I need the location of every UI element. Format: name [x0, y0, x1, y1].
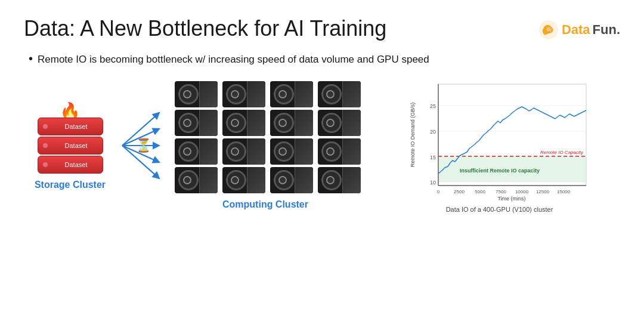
- gpu-card: [175, 138, 218, 165]
- disk-3: Dataset: [38, 156, 103, 174]
- gpu-card: [270, 110, 313, 136]
- storage-cluster: 🔥 Dataset Dataset Dataset Storage Cluste…: [24, 101, 116, 190]
- logo-data: Data: [562, 22, 590, 38]
- header: Data: A New Bottleneck for AI Training D…: [24, 17, 620, 41]
- storage-label: Storage Cluster: [35, 180, 106, 190]
- svg-text:25: 25: [429, 103, 435, 109]
- svg-text:Insufficient Remote IO capacit: Insufficient Remote IO capacity: [459, 168, 539, 174]
- svg-text:Remote IO Capacity: Remote IO Capacity: [540, 150, 583, 155]
- svg-text:10: 10: [429, 180, 435, 186]
- bullet-text: Remote IO is becoming bottleneck w/ incr…: [24, 50, 620, 67]
- svg-text:2500: 2500: [454, 189, 465, 194]
- logo-icon: [538, 19, 559, 41]
- svg-text:20: 20: [429, 129, 435, 135]
- svg-text:12500: 12500: [535, 189, 549, 194]
- gpu-row-4: [175, 167, 361, 193]
- gpu-section: Computing Cluster: [170, 81, 361, 210]
- chart-section: Remote IO Demand (GB/s) 10 15 20 25 0 25…: [379, 78, 620, 213]
- gpu-card: [270, 81, 313, 107]
- gpu-card: [175, 110, 218, 136]
- logo-fun: Fun.: [593, 22, 620, 38]
- svg-text:Time (mins): Time (mins): [497, 196, 525, 202]
- gpu-grid: [175, 81, 361, 193]
- hourglass-icon: ⏳: [135, 138, 151, 153]
- svg-text:15: 15: [429, 155, 435, 160]
- page-title: Data: A New Bottleneck for AI Training: [24, 17, 386, 41]
- svg-text:5000: 5000: [475, 189, 485, 194]
- logo: DataFun.: [538, 19, 620, 41]
- gpu-row-1: [175, 81, 361, 107]
- gpu-card: [318, 110, 361, 136]
- svg-text:10000: 10000: [515, 189, 528, 194]
- svg-text:0: 0: [436, 189, 439, 194]
- gpu-card: [318, 138, 361, 165]
- chart-container: Remote IO Demand (GB/s) 10 15 20 25 0 25…: [407, 78, 592, 203]
- svg-text:15000: 15000: [556, 189, 570, 194]
- diagram-area: 🔥 Dataset Dataset Dataset Storage Cluste…: [24, 78, 620, 213]
- computing-label: Computing Cluster: [222, 199, 308, 210]
- chart-svg: Remote IO Demand (GB/s) 10 15 20 25 0 25…: [407, 78, 592, 203]
- slide: Data: A New Bottleneck for AI Training D…: [0, 0, 644, 312]
- disk-2: Dataset: [38, 137, 103, 155]
- gpu-card: [222, 138, 265, 165]
- disk-stack: Dataset Dataset Dataset: [38, 118, 103, 174]
- gpu-card: [318, 81, 361, 107]
- svg-text:Remote IO Demand (GB/s): Remote IO Demand (GB/s): [410, 103, 416, 168]
- svg-text:7500: 7500: [496, 189, 506, 194]
- gpu-card: [318, 167, 361, 193]
- gpu-card: [222, 167, 265, 193]
- gpu-card: [175, 81, 218, 107]
- arrow-area: ⏳: [116, 98, 170, 193]
- gpu-card: [270, 138, 313, 165]
- gpu-card: [222, 81, 265, 107]
- svg-point-1: [546, 27, 551, 32]
- disk-1: Dataset: [38, 118, 103, 135]
- gpu-card: [175, 167, 218, 193]
- gpu-row-3: [175, 138, 361, 165]
- gpu-card: [222, 110, 265, 136]
- gpu-row-2: [175, 110, 361, 136]
- chart-caption: Data IO of a 400-GPU (V100) cluster: [446, 206, 553, 213]
- gpu-card: [270, 167, 313, 193]
